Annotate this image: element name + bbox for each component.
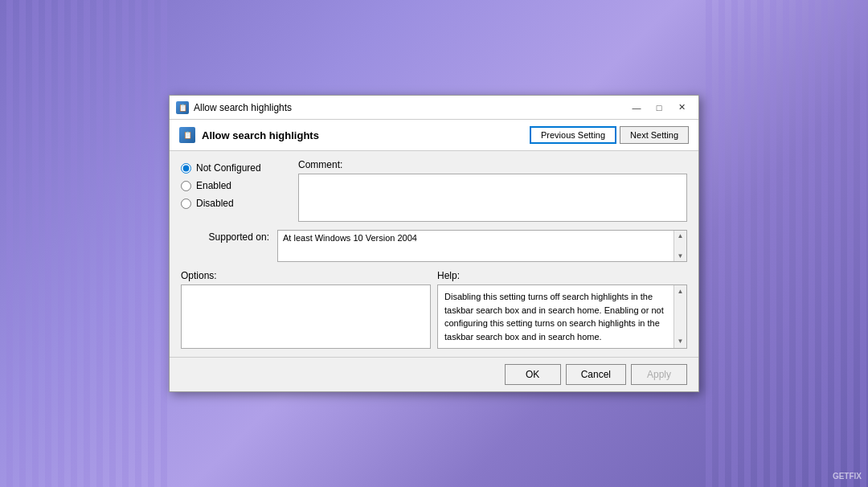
comment-section: Comment: bbox=[298, 159, 687, 222]
supported-on-value: At least Windows 10 Version 2004 bbox=[283, 233, 417, 243]
header-icon: 📋 bbox=[179, 127, 195, 143]
header-buttons: Previous Setting Next Setting bbox=[530, 126, 689, 144]
help-section: Help: Disabling this setting turns off s… bbox=[437, 270, 687, 349]
top-section: Not Configured Enabled Disabled Comment: bbox=[181, 159, 687, 222]
supported-scrollbar[interactable]: ▲ ▼ bbox=[674, 231, 686, 261]
title-bar-title: Allow search highlights bbox=[194, 102, 292, 113]
disabled-option[interactable]: Disabled bbox=[181, 198, 285, 209]
title-bar-left: 📋 Allow search highlights bbox=[176, 101, 292, 114]
dialog-footer: OK Cancel Apply bbox=[170, 357, 698, 391]
enabled-label: Enabled bbox=[196, 180, 231, 191]
enabled-option[interactable]: Enabled bbox=[181, 180, 285, 191]
content-header-left: 📋 Allow search highlights bbox=[179, 127, 319, 143]
header-title: Allow search highlights bbox=[202, 129, 319, 141]
cancel-button[interactable]: Cancel bbox=[566, 364, 626, 385]
content-header: 📋 Allow search highlights Previous Setti… bbox=[170, 120, 698, 151]
help-label: Help: bbox=[437, 270, 687, 281]
help-scrollbar[interactable]: ▲ ▼ bbox=[674, 285, 686, 348]
not-configured-radio[interactable] bbox=[181, 163, 191, 174]
options-section: Options: bbox=[181, 270, 431, 349]
supported-on-label: Supported on: bbox=[181, 230, 269, 243]
disabled-label: Disabled bbox=[196, 198, 234, 209]
disabled-radio[interactable] bbox=[181, 198, 191, 209]
options-box bbox=[181, 284, 431, 349]
watermark: GETFIX bbox=[833, 472, 862, 481]
maximize-button[interactable]: □ bbox=[649, 100, 669, 116]
title-bar-controls: — □ ✕ bbox=[626, 100, 692, 116]
scroll-up-arrow: ▲ bbox=[678, 232, 684, 239]
not-configured-option[interactable]: Not Configured bbox=[181, 162, 285, 174]
next-setting-button[interactable]: Next Setting bbox=[620, 126, 689, 144]
help-scroll-up: ▲ bbox=[678, 287, 684, 297]
options-label: Options: bbox=[181, 270, 431, 281]
supported-row: Supported on: At least Windows 10 Versio… bbox=[181, 230, 687, 262]
minimize-button[interactable]: — bbox=[626, 100, 647, 116]
not-configured-label: Not Configured bbox=[196, 162, 261, 174]
main-dialog: 📋 Allow search highlights — □ ✕ 📋 Allow … bbox=[169, 95, 699, 392]
options-help-row: Options: Help: Disabling this setting tu… bbox=[181, 270, 687, 349]
title-bar: 📋 Allow search highlights — □ ✕ bbox=[170, 96, 698, 120]
dialog-icon: 📋 bbox=[176, 101, 189, 114]
help-text: Disabling this setting turns off search … bbox=[444, 292, 664, 342]
previous-setting-button[interactable]: Previous Setting bbox=[530, 126, 616, 144]
scroll-down-arrow: ▼ bbox=[678, 252, 684, 260]
help-scroll-down: ▼ bbox=[678, 337, 684, 346]
dialog-body: Not Configured Enabled Disabled Comment:… bbox=[170, 151, 698, 357]
ok-button[interactable]: OK bbox=[505, 364, 561, 385]
radio-group: Not Configured Enabled Disabled bbox=[181, 159, 285, 222]
enabled-radio[interactable] bbox=[181, 181, 191, 191]
apply-button[interactable]: Apply bbox=[631, 364, 687, 385]
help-box: Disabling this setting turns off search … bbox=[437, 284, 687, 349]
supported-on-box: At least Windows 10 Version 2004 ▲ ▼ bbox=[277, 230, 687, 262]
comment-textarea[interactable] bbox=[298, 174, 687, 222]
comment-label: Comment: bbox=[298, 159, 687, 170]
close-button[interactable]: ✕ bbox=[671, 100, 692, 116]
